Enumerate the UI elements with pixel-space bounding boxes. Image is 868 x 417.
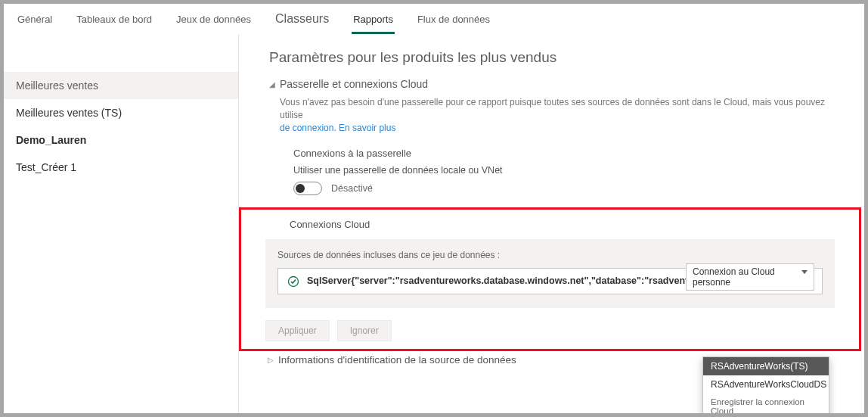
cloud-panel: Sources de données incluses dans ce jeu … [265, 239, 835, 308]
caret-down-icon: ◢ [269, 80, 275, 89]
top-nav: Général Tableaux de bord Jeux de données… [4, 4, 864, 34]
gateway-section-title: Passerelle et connexions Cloud [280, 78, 428, 90]
tab-general[interactable]: Général [16, 6, 54, 33]
discard-button[interactable]: Ignorer [337, 320, 392, 341]
cloud-panel-sub: Sources de données incluses dans ce jeu … [277, 250, 823, 260]
main-content: Paramètres pour les produits les plus ve… [238, 34, 864, 413]
tab-reports[interactable]: Rapports [352, 6, 395, 33]
gateway-section: ◢ Passerelle et connexions Cloud Vous n'… [239, 78, 864, 203]
page-title: Paramètres pour les produits les plus ve… [239, 42, 864, 78]
sidebar: Meilleures ventes Meilleures ventes (TS)… [4, 34, 238, 413]
gateway-toggle-row: Désactivé [293, 182, 834, 195]
check-circle-icon [287, 275, 299, 288]
gateway-toggle-desc: Utiliser une passerelle de données local… [293, 165, 834, 176]
gateway-toggle-state: Désactivé [331, 183, 373, 194]
tab-workbooks[interactable]: Classeurs [274, 5, 330, 33]
popup-option-rsadventureworks-ts[interactable]: RSAdventureWorks(TS) [703, 357, 829, 375]
gateway-connections-title: Connexions à la passerelle [293, 148, 834, 159]
cloud-connections-title: Connexions Cloud [241, 213, 859, 239]
sidebar-item-test-create-1[interactable]: Test_Créer 1 [4, 154, 238, 181]
gateway-section-header[interactable]: ◢ Passerelle et connexions Cloud [269, 78, 834, 90]
gateway-desc: Vous n'avez pas besoin d'une passerelle … [280, 96, 834, 134]
apply-button[interactable]: Appliquer [265, 320, 330, 341]
highlight-box: Connexions Cloud Sources de données incl… [239, 207, 861, 351]
datasource-row: SqlServer{"server":"rsadventureworks.dat… [277, 268, 823, 294]
credentials-title: Informations d'identification de la sour… [278, 354, 516, 366]
button-row: Appliquer Ignorer [265, 320, 859, 341]
body: Meilleures ventes Meilleures ventes (TS)… [4, 34, 864, 413]
gateway-desc-link-learnmore[interactable]: En savoir plus [339, 123, 395, 133]
tab-dataflows[interactable]: Flux de données [416, 6, 491, 33]
gateway-desc-link-connexion[interactable]: de connexion. [280, 123, 336, 133]
popup-option-save-cloud[interactable]: Enregistrer la connexion Cloud [703, 394, 829, 413]
sidebar-item-best-sales-ts[interactable]: Meilleures ventes (TS) [4, 99, 238, 126]
sidebar-item-best-sales[interactable]: Meilleures ventes [4, 72, 238, 99]
caret-right-icon: ▷ [268, 356, 274, 364]
toggle-knob [296, 184, 305, 193]
tab-datasets[interactable]: Jeux de données [175, 6, 253, 33]
cloud-connection-dropdown[interactable]: Connexion au Cloud personne [686, 263, 814, 291]
sidebar-item-demo-lauren[interactable]: Demo_Lauren [4, 126, 238, 154]
gateway-toggle[interactable] [293, 182, 322, 195]
gateway-desc-text: Vous n'avez pas besoin d'une passerelle … [280, 97, 825, 120]
dropdown-popup: RSAdventureWorks(TS) RSAdventureWorksClo… [702, 356, 829, 413]
popup-option-rsadventureworks-cloudds[interactable]: RSAdventureWorksCloudDS [703, 375, 829, 394]
tab-dashboards[interactable]: Tableaux de bord [75, 6, 153, 33]
